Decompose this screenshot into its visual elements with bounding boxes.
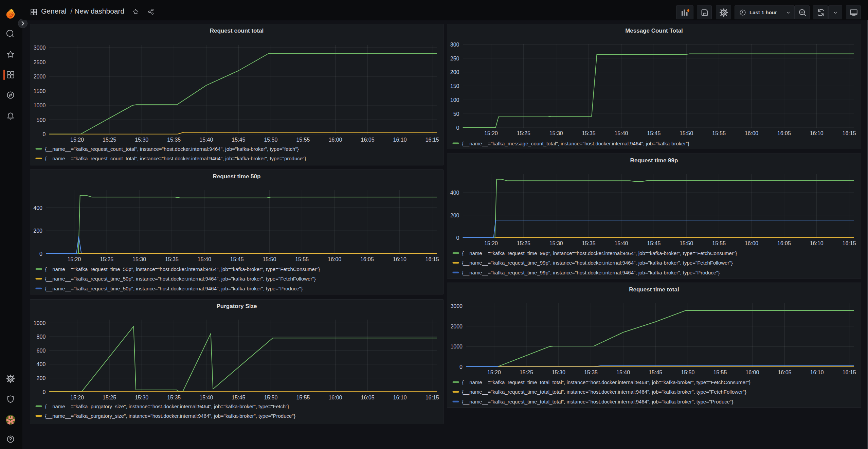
svg-text:15:50: 15:50 — [263, 256, 276, 262]
svg-text:16:05: 16:05 — [361, 137, 375, 143]
svg-text:{__name__="kafka_purgatory_siz: {__name__="kafka_purgatory_size", instan… — [45, 403, 289, 409]
svg-text:300: 300 — [450, 42, 459, 48]
svg-text:15:45: 15:45 — [647, 240, 661, 246]
svg-text:15:35: 15:35 — [167, 137, 181, 143]
svg-text:3000: 3000 — [34, 45, 46, 51]
svg-text:400: 400 — [33, 205, 42, 211]
svg-text:15:35: 15:35 — [582, 240, 596, 246]
svg-text:0: 0 — [456, 125, 459, 131]
svg-text:15:45: 15:45 — [647, 130, 661, 136]
svg-text:15:25: 15:25 — [103, 395, 116, 400]
svg-text:{__name__="kafka_request_count: {__name__="kafka_request_count_total", i… — [45, 156, 306, 161]
svg-text:1000: 1000 — [34, 320, 46, 326]
svg-text:{__name__="kafka_request_time_: {__name__="kafka_request_time_50p", inst… — [45, 286, 303, 291]
svg-text:{__name__="kafka_purgatory_siz: {__name__="kafka_purgatory_size", instan… — [45, 413, 295, 419]
svg-text:15:25: 15:25 — [520, 370, 533, 375]
svg-text:16:10: 16:10 — [393, 395, 407, 400]
svg-text:15:35: 15:35 — [584, 370, 598, 375]
svg-text:15:50: 15:50 — [264, 137, 277, 143]
svg-text:{__name__="kafka_request_time_: {__name__="kafka_request_time_total_tota… — [462, 389, 746, 395]
svg-text:15:20: 15:20 — [484, 130, 498, 136]
svg-text:600: 600 — [37, 348, 46, 354]
svg-text:{__name__="kafka_message_count: {__name__="kafka_message_count_total", i… — [462, 141, 689, 146]
svg-text:150: 150 — [450, 83, 459, 89]
svg-text:16:00: 16:00 — [328, 256, 341, 262]
svg-text:200: 200 — [33, 228, 42, 234]
svg-text:500: 500 — [37, 117, 46, 123]
svg-text:{__name__="kafka_request_time_: {__name__="kafka_request_time_50p", inst… — [45, 266, 320, 272]
svg-text:15:55: 15:55 — [712, 130, 726, 136]
svg-text:15:30: 15:30 — [549, 240, 563, 246]
svg-text:16:00: 16:00 — [745, 240, 758, 246]
svg-text:16:10: 16:10 — [393, 137, 407, 143]
svg-text:2000: 2000 — [34, 74, 46, 79]
svg-text:16:15: 16:15 — [843, 240, 856, 246]
svg-text:15:35: 15:35 — [582, 130, 596, 136]
svg-text:16:15: 16:15 — [426, 395, 439, 400]
svg-text:16:00: 16:00 — [328, 137, 342, 143]
svg-text:15:40: 15:40 — [199, 395, 213, 400]
svg-text:15:20: 15:20 — [70, 137, 84, 143]
svg-text:15:50: 15:50 — [264, 395, 277, 400]
svg-text:15:50: 15:50 — [680, 240, 693, 246]
svg-text:800: 800 — [37, 334, 46, 340]
svg-text:15:55: 15:55 — [713, 370, 727, 375]
svg-text:{__name__="kafka_request_time_: {__name__="kafka_request_time_total_tota… — [462, 379, 751, 385]
svg-text:16:15: 16:15 — [843, 130, 856, 136]
svg-text:16:05: 16:05 — [361, 395, 375, 400]
svg-text:16:10: 16:10 — [810, 370, 824, 375]
svg-text:15:40: 15:40 — [614, 130, 628, 136]
svg-text:0: 0 — [39, 251, 42, 257]
svg-text:100: 100 — [450, 97, 459, 103]
svg-text:15:25: 15:25 — [103, 137, 116, 143]
svg-text:15:45: 15:45 — [649, 370, 662, 375]
svg-text:{__name__="kafka_request_count: {__name__="kafka_request_count_total", i… — [45, 146, 299, 152]
svg-text:15:20: 15:20 — [484, 240, 498, 246]
svg-text:15:45: 15:45 — [232, 137, 245, 143]
svg-text:15:30: 15:30 — [549, 130, 563, 136]
svg-text:16:05: 16:05 — [777, 240, 791, 246]
svg-text:2500: 2500 — [34, 59, 46, 65]
svg-text:15:40: 15:40 — [199, 137, 213, 143]
svg-text:15:40: 15:40 — [616, 370, 630, 375]
svg-text:{__name__="kafka_request_time_: {__name__="kafka_request_time_99p", inst… — [462, 260, 733, 266]
svg-text:15:45: 15:45 — [230, 256, 244, 262]
svg-text:16:00: 16:00 — [745, 370, 759, 375]
svg-text:1500: 1500 — [34, 88, 46, 94]
svg-text:15:30: 15:30 — [552, 370, 565, 375]
svg-text:400: 400 — [37, 361, 46, 367]
svg-text:15:50: 15:50 — [681, 370, 694, 375]
svg-text:{__name__="kafka_request_time_: {__name__="kafka_request_time_99p", inst… — [462, 250, 737, 256]
svg-text:0: 0 — [42, 389, 46, 395]
svg-text:1000: 1000 — [450, 344, 463, 349]
svg-text:16:10: 16:10 — [810, 240, 824, 246]
svg-text:{__name__="kafka_request_time_: {__name__="kafka_request_time_99p", inst… — [462, 270, 720, 275]
svg-text:16:00: 16:00 — [745, 130, 758, 136]
svg-text:15:35: 15:35 — [167, 395, 181, 400]
svg-text:16:15: 16:15 — [426, 137, 439, 143]
svg-text:2000: 2000 — [450, 324, 463, 329]
svg-text:16:05: 16:05 — [778, 370, 791, 375]
svg-text:15:45: 15:45 — [232, 395, 245, 400]
svg-text:200: 200 — [450, 69, 459, 75]
svg-text:{__name__="kafka_request_time_: {__name__="kafka_request_time_total_tota… — [462, 399, 734, 405]
svg-text:15:40: 15:40 — [198, 256, 211, 262]
svg-text:15:20: 15:20 — [487, 370, 501, 375]
svg-text:{__name__="kafka_request_time_: {__name__="kafka_request_time_50p", inst… — [45, 276, 316, 282]
svg-text:15:20: 15:20 — [70, 395, 84, 400]
svg-text:15:25: 15:25 — [517, 240, 530, 246]
svg-text:15:30: 15:30 — [135, 137, 148, 143]
svg-text:1000: 1000 — [34, 103, 46, 108]
svg-text:15:35: 15:35 — [165, 256, 179, 262]
svg-text:0: 0 — [459, 364, 463, 370]
svg-text:16:15: 16:15 — [843, 370, 856, 375]
svg-text:400: 400 — [450, 190, 459, 196]
svg-text:15:55: 15:55 — [296, 137, 310, 143]
svg-text:16:15: 16:15 — [426, 256, 439, 262]
svg-text:250: 250 — [450, 56, 459, 61]
svg-text:16:05: 16:05 — [360, 256, 374, 262]
svg-text:15:30: 15:30 — [132, 256, 146, 262]
svg-text:200: 200 — [450, 213, 459, 218]
svg-text:15:25: 15:25 — [100, 256, 113, 262]
svg-text:15:40: 15:40 — [614, 240, 628, 246]
